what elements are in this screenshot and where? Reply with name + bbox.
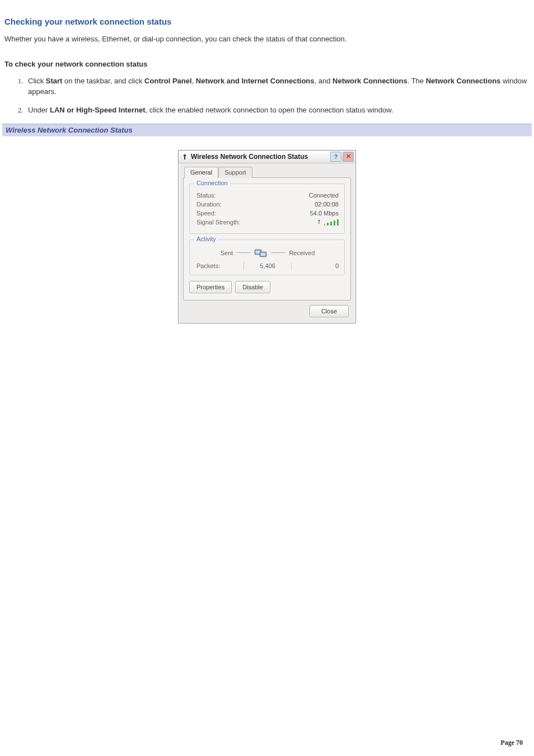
signal-label: Signal Strength: xyxy=(196,219,240,226)
network-connections-bold: Network Connections xyxy=(332,77,407,85)
signal-bar-4 xyxy=(337,219,339,226)
activity-group-title: Activity xyxy=(194,236,218,242)
signal-bar-3 xyxy=(334,220,335,226)
close-x-button[interactable]: ✕ xyxy=(343,152,354,162)
duration-label: Duration: xyxy=(196,201,222,208)
line-icon xyxy=(271,252,285,253)
signal-antenna-icon xyxy=(316,219,322,226)
signal-bar-1 xyxy=(327,223,329,226)
speed-label: Speed: xyxy=(196,210,216,217)
tab-support[interactable]: Support xyxy=(218,167,252,178)
text: , click the enabled network connection t… xyxy=(145,106,393,114)
network-connections-window-bold: Network Connections xyxy=(426,77,501,85)
tab-general[interactable]: General xyxy=(184,167,218,179)
text: Click xyxy=(28,77,46,85)
line-icon xyxy=(236,252,251,253)
close-button[interactable]: Close xyxy=(310,305,349,317)
disable-button[interactable]: Disable xyxy=(235,281,270,293)
sent-label: Sent xyxy=(221,250,233,256)
tabs: General Support xyxy=(183,167,351,178)
status-label: Status: xyxy=(196,192,216,199)
figure-wrap: Wireless Network Connection Status ? ✕ G… xyxy=(4,150,530,323)
packets-received-value: 0 xyxy=(292,262,339,269)
start-bold: Start xyxy=(46,77,63,85)
lan-bold: LAN or High-Speed Internet xyxy=(50,106,145,114)
figure-title: Wireless Network Connection Status xyxy=(2,124,532,137)
text: Under xyxy=(28,106,50,114)
signal-bar-0 xyxy=(324,224,325,226)
connection-group-title: Connection xyxy=(194,180,230,186)
text: , and xyxy=(315,77,333,85)
page-heading: Checking your network connection status xyxy=(4,17,530,26)
control-panel-bold: Control Panel xyxy=(144,77,192,85)
packets-sent-value: 5,406 xyxy=(243,261,291,270)
help-button[interactable]: ? xyxy=(330,152,341,162)
section-subheading: To check your network connection status xyxy=(4,60,530,68)
titlebar: Wireless Network Connection Status ? ✕ xyxy=(179,151,355,163)
packets-label: Packets: xyxy=(196,262,243,269)
text: on the taskbar, and click xyxy=(62,77,144,85)
properties-button[interactable]: Properties xyxy=(189,281,232,293)
connection-status-dialog: Wireless Network Connection Status ? ✕ G… xyxy=(178,150,356,323)
signal-bar-2 xyxy=(330,222,332,226)
speed-value: 54.0 Mbps xyxy=(310,210,339,217)
antenna-icon xyxy=(181,153,189,160)
dialog-title: Wireless Network Connection Status xyxy=(189,153,330,161)
duration-value: 02:00:08 xyxy=(315,201,339,208)
network-internet-bold: Network and Internet Connections xyxy=(196,77,315,85)
step-2: Under LAN or High-Speed Internet, click … xyxy=(25,105,530,116)
svg-rect-3 xyxy=(261,253,265,256)
intro-paragraph: Whether you have a wireless, Ethernet, o… xyxy=(4,34,530,44)
tab-panel-general: Connection Status: Connected Duration: 0… xyxy=(183,177,351,300)
network-monitors-icon xyxy=(254,247,268,259)
step-1: Click Start on the taskbar, and click Co… xyxy=(25,76,530,97)
dialog-body: General Support Connection Status: Conne… xyxy=(179,163,355,323)
signal-strength-icon xyxy=(316,219,339,226)
page-number: Page 70 xyxy=(500,739,523,747)
text: . The xyxy=(407,77,426,85)
connection-group: Connection Status: Connected Duration: 0… xyxy=(189,184,345,234)
status-value: Connected xyxy=(309,192,339,199)
received-label: Received xyxy=(289,250,315,256)
activity-group: Activity Sent xyxy=(189,240,345,275)
text: , xyxy=(192,77,196,85)
steps-list: Click Start on the taskbar, and click Co… xyxy=(4,76,530,116)
